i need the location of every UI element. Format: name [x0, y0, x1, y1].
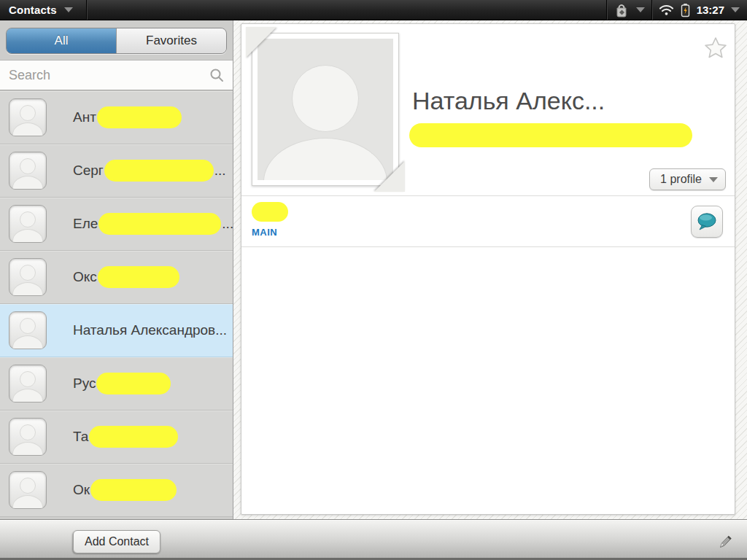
profile-count-label: 1 profile [660, 173, 702, 186]
status-icons: 13:27 [606, 0, 747, 20]
contact-list: Ант Серг... Еле... Окс Наталья Александр… [0, 91, 233, 517]
edit-contact-button[interactable] [713, 529, 737, 553]
add-contact-button[interactable]: Add Contact [73, 530, 160, 553]
contact-list-item[interactable]: Ант [0, 91, 233, 144]
redaction-highlight [96, 373, 171, 394]
redacted-phone-number [252, 202, 288, 222]
chevron-down-icon[interactable] [731, 7, 740, 12]
contact-name-fragment: Еле [73, 216, 98, 232]
statusbar-divider [86, 0, 87, 20]
statusbar-divider [606, 0, 607, 20]
contact-list-item[interactable]: Рус [0, 357, 233, 411]
contact-name-fragment: Окс [73, 269, 97, 285]
avatar [9, 152, 47, 190]
contact-list-item[interactable]: Еле... [0, 198, 233, 251]
redaction-highlight [104, 160, 214, 182]
contact-name-fragment: Рус [73, 376, 96, 392]
detail-pane-background: Наталья Алекс... 1 profile MAIN [233, 20, 747, 560]
contact-list-item[interactable]: Серг... [0, 144, 233, 198]
chat-bubble-icon [696, 212, 718, 232]
avatar [9, 98, 47, 136]
photo-corner-fold [374, 161, 405, 192]
contact-detail-card: Наталья Алекс... 1 profile MAIN [241, 23, 735, 515]
profile-count-dropdown[interactable]: 1 profile [649, 168, 726, 190]
photo-corner-fold [246, 27, 276, 58]
contact-name-fragment: Та [73, 429, 88, 445]
redaction-highlight [90, 479, 177, 501]
pencil-icon [716, 532, 735, 551]
device-notification-icon[interactable] [614, 2, 630, 18]
avatar [9, 365, 47, 402]
contact-list-item[interactable]: Окс [0, 251, 233, 304]
avatar [9, 205, 47, 243]
chevron-down-icon[interactable] [636, 7, 645, 12]
favorite-star-icon[interactable] [703, 34, 729, 61]
clock-time: 13:27 [697, 4, 724, 16]
contact-name: Наталья Александров... [73, 322, 227, 338]
avatar [9, 311, 47, 349]
search-bar [0, 60, 233, 90]
contact-name-fragment: Серг [73, 163, 104, 179]
contact-list-item[interactable]: Та [0, 411, 233, 464]
bottom-command-bar: Add Contact [0, 520, 747, 560]
search-icon [209, 68, 224, 82]
contact-name: Наталья Алекс... [412, 87, 605, 115]
chevron-down-icon [709, 177, 718, 182]
contact-list-item-selected[interactable]: Наталья Александров... [0, 304, 233, 357]
contact-name-fragment: Ок [73, 482, 90, 498]
contact-photo[interactable] [252, 33, 399, 186]
wifi-icon [659, 4, 674, 16]
battery-charging-icon [681, 3, 690, 18]
contact-list-item[interactable]: Ок [0, 464, 233, 517]
tab-all[interactable]: All [7, 28, 116, 53]
redaction-highlight [98, 213, 221, 235]
phone-type-label: MAIN [252, 227, 724, 238]
tab-favorites[interactable]: Favorites [116, 28, 226, 53]
status-bar: Contacts [0, 0, 747, 20]
avatar [9, 471, 47, 509]
search-input[interactable] [9, 68, 209, 83]
contact-list-panel: All Favorites Ант Серг... Еле... [0, 20, 233, 560]
app-menu[interactable]: Contacts [0, 0, 87, 20]
contact-detail-header: Наталья Алекс... 1 profile [241, 24, 735, 196]
send-message-button[interactable] [691, 206, 723, 238]
redaction-highlight [97, 106, 182, 128]
avatar [9, 258, 47, 296]
avatar [9, 418, 47, 456]
redaction-highlight [89, 426, 178, 448]
phone-number-row[interactable]: MAIN [241, 196, 735, 247]
photo-placeholder-icon [258, 39, 393, 180]
redaction-highlight [98, 266, 179, 288]
list-filter-tabs: All Favorites [6, 28, 227, 54]
contacts-app-screen: Contacts [0, 0, 747, 560]
app-menu-label: Contacts [9, 4, 57, 16]
statusbar-divider [651, 0, 652, 20]
redacted-subtitle [409, 123, 692, 147]
contact-name-fragment: Ант [73, 109, 96, 125]
chevron-down-icon [64, 7, 73, 12]
